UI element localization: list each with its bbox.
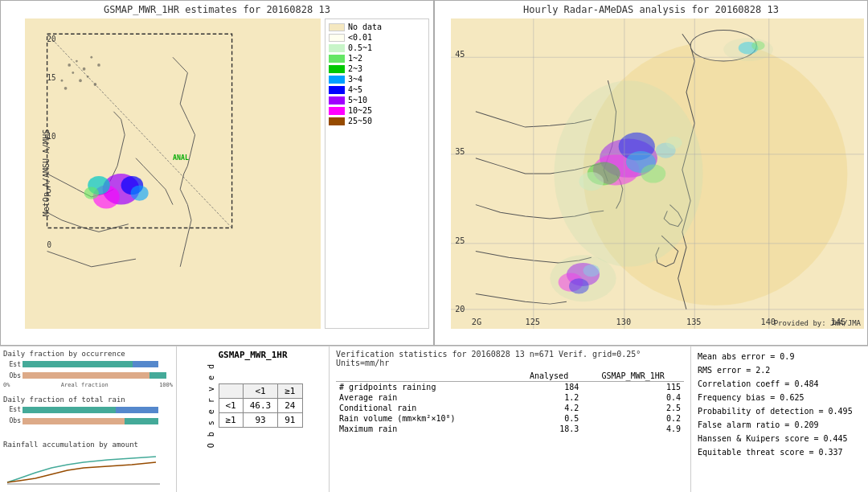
cell-a: 46.3 — [243, 399, 278, 413]
table-row: Conditional rain 4.2 2.5 — [336, 403, 684, 413]
contingency-corner — [219, 384, 243, 399]
svg-text:25: 25 — [455, 236, 465, 245]
svg-point-14 — [79, 79, 82, 82]
stat-col-label — [336, 371, 516, 382]
col-header-lt1: <1 — [243, 384, 278, 399]
equitable-threat: Equitable threat score = 0.337 — [698, 445, 862, 459]
right-map-title: Hourly Radar-AMeDAS analysis for 2016082… — [435, 4, 867, 15]
svg-text:ANAL: ANAL — [173, 153, 189, 161]
svg-point-8 — [68, 64, 71, 67]
svg-point-46 — [723, 38, 773, 61]
occurrence-chart: Daily fraction by occurrence Est Obs 0% — [3, 350, 173, 394]
verification-title: Verification statistics for 20160828 13 … — [336, 350, 684, 367]
left-map-svg: 20 15 10 5 0 ANAL — [25, 18, 321, 329]
svg-point-7 — [84, 187, 99, 199]
stat-val-g4: 4.9 — [582, 424, 684, 434]
provided-by-label: Provided by: JWA/JMA — [774, 319, 861, 327]
cell-b: 24 — [278, 399, 302, 413]
rms-error: RMS error = 2.2 — [698, 363, 862, 377]
legend-label-34: 3~4 — [348, 75, 362, 84]
table-row: # gridpoints raining 184 115 — [336, 382, 684, 393]
svg-text:35: 35 — [455, 147, 465, 156]
row-header-ge1: ≥1 — [219, 413, 243, 428]
legend-item-12: 1~2 — [329, 54, 425, 63]
total-rain-chart: Daily fraction of total rain Est Obs — [3, 396, 173, 440]
legend-label-12: 1~2 — [348, 54, 362, 63]
stats-table: Analysed GSMAP_MWR_1HR # gridpoints rain… — [336, 371, 684, 434]
legend-panel: No data <0.01 0.5~1 1~2 2~3 — [325, 18, 429, 329]
svg-point-18 — [64, 87, 68, 90]
svg-text:2G: 2G — [472, 318, 481, 326]
stat-label-2: Conditional rain — [336, 403, 516, 413]
accumulation-svg — [3, 450, 164, 486]
axis-end-1: 100% — [159, 382, 173, 388]
left-map-title: GSMAP_MWR_1HR estimates for 20160828 13 — [1, 4, 433, 15]
false-alarm-ratio: False alarm ratio = 0.209 — [698, 418, 862, 432]
charts-section: Daily fraction by occurrence Est Obs 0% — [0, 346, 177, 492]
svg-point-5 — [131, 185, 149, 200]
correlation-coeff: Correlation coeff = 0.484 — [698, 377, 862, 391]
svg-point-11 — [90, 56, 92, 59]
stat-val-g1: 0.4 — [582, 392, 684, 403]
legend-label-45: 4~5 — [348, 85, 362, 94]
contingency-section: GSMAP_MWR_1HR O b s e r v e d <1 ≥1 <1 — [177, 346, 330, 492]
stat-val-g3: 0.2 — [582, 413, 684, 424]
right-map-canvas: 45 35 25 20 125 130 135 140 145 2G Provi… — [451, 18, 864, 329]
legend-item-1025: 10~25 — [329, 106, 425, 115]
bottom-row: Daily fraction by occurrence Est Obs 0% — [0, 346, 868, 492]
svg-point-45 — [550, 255, 616, 301]
svg-point-12 — [97, 64, 100, 67]
col-header-ge1: ≥1 — [278, 384, 302, 399]
right-map-panel: Hourly Radar-AMeDAS analysis for 2016082… — [434, 0, 868, 346]
svg-text:45: 45 — [455, 51, 465, 59]
legend-item-45: 4~5 — [329, 85, 425, 94]
stat-val-g0: 115 — [582, 382, 684, 393]
stat-label-0: # gridpoints raining — [336, 382, 516, 393]
mean-abs-error: Mean abs error = 0.9 — [698, 350, 862, 363]
left-map-canvas: 20 15 10 5 0 ANAL — [25, 18, 321, 329]
obs-label-1: Obs — [3, 372, 21, 379]
stat-label-3: Rain volume (mm×km²×10⁸) — [336, 413, 516, 424]
axis-mid-1: Areal fraction — [61, 382, 108, 388]
stat-val-a4: 18.3 — [516, 424, 582, 434]
svg-text:20: 20 — [47, 35, 56, 43]
table-row: Rain volume (mm×km²×10⁸) 0.5 0.2 — [336, 413, 684, 424]
main-container: GSMAP_MWR_1HR estimates for 20160828 13 … — [0, 0, 868, 492]
svg-text:15: 15 — [47, 73, 56, 82]
table-row: Average rain 1.2 0.4 — [336, 392, 684, 403]
left-map-panel: GSMAP_MWR_1HR estimates for 20160828 13 … — [0, 0, 434, 346]
stat-label-1: Average rain — [336, 392, 516, 403]
total-rain-title: Daily fraction of total rain — [3, 396, 173, 404]
legend-item-001: <0.01 — [329, 33, 425, 42]
legend-label-001: <0.01 — [348, 33, 372, 42]
stat-val-a3: 0.5 — [516, 413, 582, 424]
legend-item-510: 5~10 — [329, 96, 425, 105]
cell-c: 93 — [243, 413, 278, 428]
prob-detection: Probability of detection = 0.495 — [698, 404, 862, 418]
legend-label-23: 2~3 — [348, 64, 362, 73]
stat-val-a2: 4.2 — [516, 403, 582, 413]
stat-val-g2: 2.5 — [582, 403, 684, 413]
svg-point-10 — [83, 68, 86, 71]
hanssen-kuipers: Hanssen & Kuipers score = 0.445 — [698, 432, 862, 445]
right-map-svg: 45 35 25 20 125 130 135 140 145 2G — [451, 18, 864, 329]
svg-text:0: 0 — [47, 240, 52, 248]
accumulation-chart: Rainfall accumulation by amount — [3, 441, 173, 489]
svg-text:20: 20 — [455, 305, 465, 314]
maps-row: GSMAP_MWR_1HR estimates for 20160828 13 … — [0, 0, 868, 346]
accumulation-title: Rainfall accumulation by amount — [3, 441, 173, 449]
legend-label-nodata: No data — [348, 23, 382, 31]
legend-item-05: 0.5~1 — [329, 43, 425, 52]
freq-bias: Frequency bias = 0.625 — [698, 391, 862, 404]
svg-text:130: 130 — [616, 318, 632, 326]
svg-point-13 — [72, 72, 74, 74]
verification-section: Verification statistics for 20160828 13 … — [330, 346, 691, 492]
svg-text:125: 125 — [526, 318, 541, 326]
axis-start-1: 0% — [3, 382, 10, 388]
svg-point-17 — [61, 80, 63, 82]
legend-item-34: 3~4 — [329, 75, 425, 84]
row-header-lt1: <1 — [219, 399, 243, 413]
stat-val-a0: 184 — [516, 382, 582, 393]
obs-label-2: Obs — [3, 417, 21, 424]
stat-val-a1: 1.2 — [516, 392, 582, 403]
